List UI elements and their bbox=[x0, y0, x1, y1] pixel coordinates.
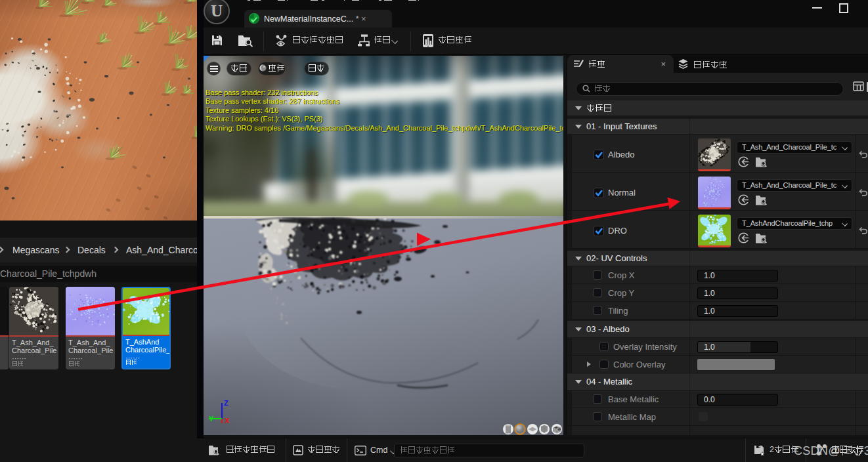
svg-text:Z: Z bbox=[224, 399, 228, 407]
svg-text:Y: Y bbox=[209, 415, 214, 423]
svg-text:U: U bbox=[211, 2, 223, 20]
svg-text:X: X bbox=[225, 417, 230, 423]
